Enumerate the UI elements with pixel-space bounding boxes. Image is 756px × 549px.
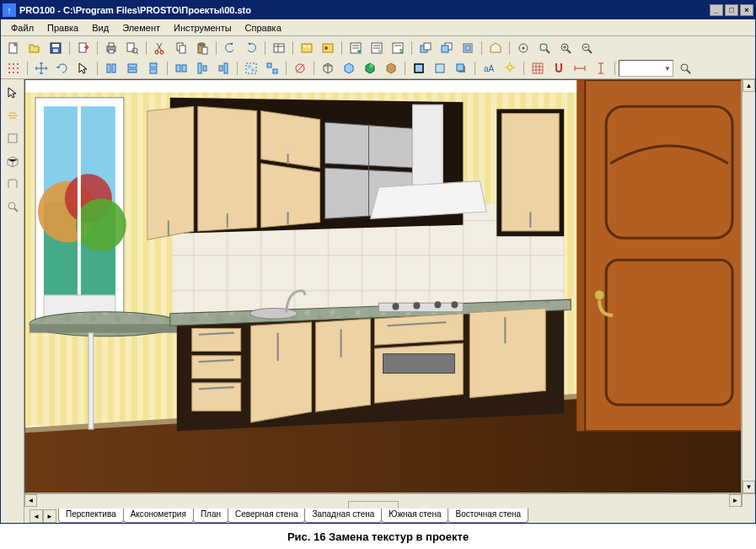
tab-prev-button[interactable]: ◄ [29,509,43,523]
snap-grid-button[interactable] [3,59,23,78]
scroll-up-button[interactable]: ▲ [743,79,755,92]
svg-rect-23 [308,46,310,47]
svg-rect-40 [442,46,448,52]
textured-button[interactable] [381,59,400,78]
order-deeper-button[interactable] [458,39,477,57]
svg-point-56 [13,63,14,65]
shaded-button[interactable] [360,59,379,78]
center-button[interactable] [513,39,533,57]
svg-point-55 [8,63,10,65]
dims2-button[interactable] [591,59,610,78]
align2-button[interactable] [122,59,142,78]
snap-button[interactable] [549,59,568,78]
list1-button[interactable] [346,39,365,57]
align1-button[interactable] [101,59,121,78]
minimize-button[interactable]: _ [710,4,723,16]
list2-button[interactable] [367,39,386,57]
svg-point-151 [250,309,298,319]
scroll-left-button[interactable]: ◄ [24,494,37,507]
tab-east-wall[interactable]: Восточная стена [448,509,528,523]
close-button[interactable]: × [740,4,753,16]
tab-south-wall[interactable]: Южная стена [381,509,448,523]
svg-point-45 [540,44,547,51]
zoom-button[interactable] [675,59,694,78]
room-button[interactable] [485,39,505,57]
separator [213,39,218,57]
cut-button[interactable] [150,39,169,57]
tab-north-wall[interactable]: Северная стена [228,509,306,523]
rotate-tool[interactable] [52,59,72,78]
dims1-button[interactable] [570,59,589,78]
horizontal-scrollbar[interactable]: ◄ ► [24,493,755,507]
align6-button[interactable] [213,59,233,78]
print-preview-button[interactable] [122,39,142,57]
menu-help[interactable]: Справка [239,21,288,35]
props-button[interactable] [269,39,288,57]
zoom-fit-button[interactable] [534,39,554,57]
zoom-region-tool[interactable] [3,196,23,217]
separator [311,59,316,78]
separator [143,39,148,57]
align4-button[interactable] [171,59,190,78]
new-button[interactable] [3,39,23,57]
redo-button[interactable] [241,39,260,57]
scroll-down-button[interactable]: ▼ [743,481,755,493]
zoom-out-button[interactable] [576,39,596,57]
hide-button[interactable] [290,59,309,78]
print-button[interactable] [101,39,121,57]
scroll-right-button[interactable]: ► [729,494,742,507]
tab-plan[interactable]: План [193,509,228,523]
light-tool[interactable] [3,105,23,126]
group-button[interactable] [241,59,260,78]
export-button[interactable] [73,39,93,57]
zoom-in-button[interactable] [555,39,575,57]
order-front-button[interactable] [437,39,456,57]
menu-element[interactable]: Элемент [115,21,167,35]
door [576,80,741,431]
align3-button[interactable] [143,59,163,78]
menu-edit[interactable]: Правка [40,21,85,35]
order-back-button[interactable] [416,39,435,57]
open-button[interactable] [24,39,44,57]
list3-button[interactable]: $ [388,39,407,57]
vertical-scrollbar[interactable]: ▲ ▼ [742,79,755,493]
menu-view[interactable]: Вид [85,21,115,35]
select-tool[interactable] [73,59,93,78]
svg-point-98 [8,202,15,209]
light-button[interactable] [500,59,519,78]
menu-tools[interactable]: Инструменты [167,21,239,35]
app-icon: ↑ [3,3,16,17]
viewport-3d[interactable] [24,79,742,493]
grid-button[interactable] [528,59,547,78]
shelf-tool[interactable] [3,151,23,171]
tab-west-wall[interactable]: Западная стена [304,509,382,523]
align5-button[interactable] [192,59,212,78]
copy-button[interactable] [171,39,190,57]
labels-button[interactable]: aA [479,59,498,78]
zoom-combo[interactable]: ▼ [619,60,673,77]
cursor-tool[interactable] [3,83,23,103]
svg-rect-126 [29,324,181,332]
paste-button[interactable] [192,39,212,57]
ungroup-button[interactable] [262,59,281,78]
maximize-button[interactable]: □ [725,4,738,16]
undo-button[interactable] [220,39,239,57]
move-tool[interactable] [31,59,51,78]
tab-next-button[interactable]: ► [43,509,56,523]
shadows-button[interactable] [451,59,470,78]
wireframe-button[interactable] [318,59,337,78]
materials-button[interactable] [318,39,337,57]
tab-axonometry[interactable]: Аксонометрия [123,509,194,523]
save-button[interactable] [46,39,65,57]
catalog-button[interactable] [297,39,316,57]
svg-point-117 [76,198,126,250]
solid-button[interactable] [339,59,358,78]
svg-rect-18 [274,44,284,52]
menu-file[interactable]: Файл [4,21,40,35]
edges-button[interactable] [409,59,428,78]
shape-tool[interactable] [3,174,23,194]
panel-tool[interactable] [3,128,23,148]
kitchen-scene [25,80,741,492]
transparent-button[interactable] [430,59,449,78]
tab-perspective[interactable]: Перспектива [58,509,124,523]
